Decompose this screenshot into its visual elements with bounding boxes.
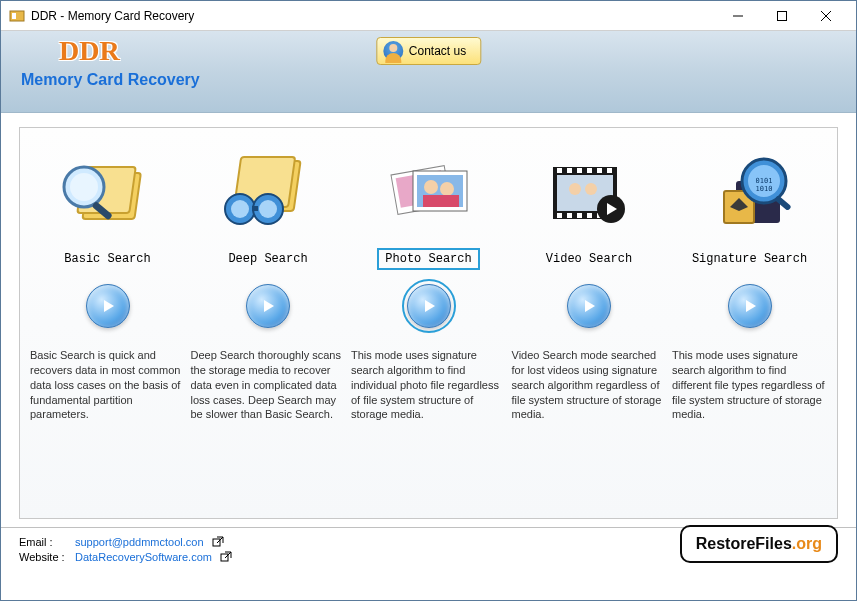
option-title: Deep Search [220, 248, 315, 270]
svg-rect-38 [577, 213, 582, 218]
video-search-icon [529, 148, 649, 244]
svg-marker-55 [746, 300, 756, 312]
option-photo-search[interactable]: Photo Search This mode uses signature se… [351, 148, 506, 504]
footer-email-row: Email : support@pddmmctool.con [19, 536, 232, 548]
app-subtitle: Memory Card Recovery [21, 71, 842, 89]
website-label: Website : [19, 551, 75, 563]
window-title: DDR - Memory Card Recovery [31, 9, 716, 23]
option-basic-search[interactable]: Basic Search Basic Search is quick and r… [30, 148, 185, 504]
svg-rect-30 [557, 168, 562, 173]
option-desc: Video Search mode searched for lost vide… [512, 348, 667, 422]
play-button-video[interactable] [567, 284, 611, 328]
svg-rect-56 [213, 539, 220, 546]
svg-rect-37 [567, 213, 572, 218]
contact-label: Contact us [409, 44, 466, 58]
option-desc: This mode uses signature search algorith… [351, 348, 506, 422]
close-button[interactable] [804, 2, 848, 30]
option-video-search[interactable]: Video Search Video Search mode searched … [512, 148, 667, 504]
footer-links: Email : support@pddmmctool.con Website :… [19, 536, 232, 563]
svg-marker-19 [264, 300, 274, 312]
svg-point-42 [569, 183, 581, 195]
svg-marker-27 [425, 300, 435, 312]
svg-rect-34 [597, 168, 602, 173]
option-title: Video Search [538, 248, 640, 270]
option-signature-search[interactable]: 0101 1010 Signature Search This mode use… [672, 148, 827, 504]
svg-point-24 [424, 180, 438, 194]
logo-brand-a: RestoreFiles [696, 535, 792, 553]
svg-rect-31 [567, 168, 572, 173]
svg-text:1010: 1010 [755, 185, 772, 193]
footer: Email : support@pddmmctool.con Website :… [1, 527, 856, 567]
contact-us-button[interactable]: Contact us [376, 37, 481, 65]
deep-search-icon [208, 148, 328, 244]
svg-rect-33 [587, 168, 592, 173]
option-title: Basic Search [56, 248, 158, 270]
svg-rect-57 [221, 554, 228, 561]
email-link[interactable]: support@pddmmctool.con [75, 536, 204, 548]
window-controls [716, 2, 848, 30]
external-link-icon[interactable] [220, 551, 232, 563]
play-button-basic[interactable] [86, 284, 130, 328]
svg-point-25 [440, 182, 454, 196]
svg-rect-35 [607, 168, 612, 173]
logo-brand-b: .org [792, 535, 822, 553]
play-button-deep[interactable] [246, 284, 290, 328]
svg-rect-39 [587, 213, 592, 218]
maximize-button[interactable] [760, 2, 804, 30]
app-icon [9, 8, 25, 24]
external-link-icon[interactable] [212, 536, 224, 548]
svg-point-9 [70, 173, 98, 201]
email-label: Email : [19, 536, 75, 548]
svg-rect-26 [423, 195, 459, 207]
option-desc: Deep Search thoroughly scans the storage… [191, 348, 346, 422]
svg-rect-1 [12, 13, 16, 19]
contact-avatar-icon [383, 41, 403, 61]
svg-point-16 [231, 200, 249, 218]
option-title: Photo Search [377, 248, 479, 270]
minimize-button[interactable] [716, 2, 760, 30]
svg-rect-18 [252, 206, 258, 211]
svg-point-17 [259, 200, 277, 218]
svg-rect-32 [577, 168, 582, 173]
main-area: Basic Search Basic Search is quick and r… [1, 113, 856, 527]
website-link[interactable]: DataRecoverySoftware.com [75, 551, 212, 563]
play-button-photo[interactable] [407, 284, 451, 328]
header-band: DDR Memory Card Recovery Contact us [1, 31, 856, 113]
svg-marker-11 [104, 300, 114, 312]
svg-marker-46 [585, 300, 595, 312]
footer-website-row: Website : DataRecoverySoftware.com [19, 551, 232, 563]
signature-search-icon: 0101 1010 [690, 148, 810, 244]
photo-search-icon [369, 148, 489, 244]
basic-search-icon [48, 148, 168, 244]
titlebar: DDR - Memory Card Recovery [1, 1, 856, 31]
option-desc: Basic Search is quick and recovers data … [30, 348, 185, 422]
option-desc: This mode uses signature search algorith… [672, 348, 827, 422]
svg-text:0101: 0101 [755, 177, 772, 185]
svg-rect-3 [778, 11, 787, 20]
svg-point-43 [585, 183, 597, 195]
restore-files-logo: RestoreFiles.org [680, 525, 838, 563]
play-button-signature[interactable] [728, 284, 772, 328]
svg-rect-36 [557, 213, 562, 218]
options-panel: Basic Search Basic Search is quick and r… [19, 127, 838, 519]
option-deep-search[interactable]: Deep Search Deep Search thoroughly scans… [191, 148, 346, 504]
option-title: Signature Search [684, 248, 815, 270]
